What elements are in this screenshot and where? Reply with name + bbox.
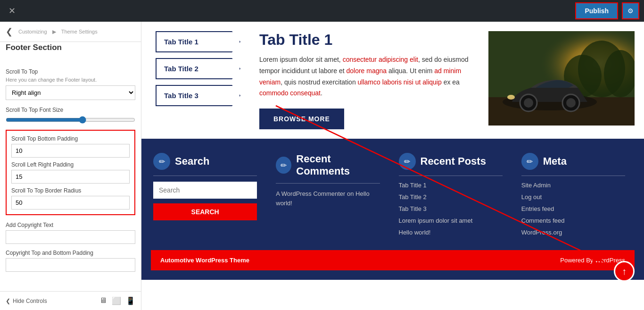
top-bar: ✕ Publish ⚙ <box>0 0 644 22</box>
car-visual <box>488 31 635 126</box>
sidebar-content: Scroll To Top Here you can change the Fo… <box>0 57 141 291</box>
footer-posts-title: Recent Posts <box>421 155 486 168</box>
lr-padding-input[interactable] <box>11 170 130 184</box>
copyright-label: Add Copyright Text <box>6 222 135 228</box>
sidebar: ❮ Customizing ▶ Theme Settings Footer Se… <box>0 22 141 310</box>
highlight-box: Scroll Top Bottom Padding Scroll Left Ri… <box>6 130 135 215</box>
back-icon[interactable]: ❮ <box>6 26 13 37</box>
bottom-padding-input[interactable] <box>11 144 130 158</box>
post-link-3[interactable]: Tab Title 3 <box>399 205 503 212</box>
mobile-icon[interactable]: 📱 <box>126 296 135 305</box>
footer-search-button[interactable]: Search <box>153 203 257 220</box>
browse-more-button[interactable]: BROWSE MORE <box>259 109 344 129</box>
footer-search-title: Search <box>175 155 209 168</box>
hide-label: Hide Controls <box>13 298 47 304</box>
post-link-1[interactable]: Tab Title 1 <box>399 182 503 189</box>
copyright-input[interactable] <box>6 230 135 244</box>
footer-col-comments: ✏ Recent Comments A WordPress Commenter … <box>266 153 389 241</box>
meta-link-wordpress[interactable]: WordPress.org <box>521 229 625 236</box>
tab-item-3[interactable]: Tab Title 3 <box>156 85 240 106</box>
copyright-padding-label: Copyright Top and Bottom Padding <box>6 250 135 256</box>
post-link-4[interactable]: Lorem ipsum dolor sit amet <box>399 217 503 224</box>
sidebar-header: ❮ Customizing ▶ Theme Settings <box>0 22 141 42</box>
preview-area: Tab Title 1 Tab Title 2 Tab Title 3 Tab … <box>141 22 644 310</box>
meta-link-logout[interactable]: Log out <box>521 193 625 201</box>
footer-copyright-text: Automotive WordPress Theme <box>160 257 249 264</box>
lr-padding-label: Scroll Left Right Padding <box>11 161 130 168</box>
font-size-label: Scroll To Top Font Size <box>6 107 135 113</box>
meta-link-entries-feed[interactable]: Entries feed <box>521 205 625 212</box>
svg-point-8 <box>524 98 533 108</box>
tab-title: Tab Title 1 <box>259 31 470 49</box>
main-layout: ❮ Customizing ▶ Theme Settings Footer Se… <box>0 22 644 310</box>
footer-bottom-bar: Automotive WordPress Theme Powered By Wo… <box>151 250 635 270</box>
footer-columns: ✏ Search Search ✏ Recent Comments A Word… <box>151 153 635 241</box>
tab-body: Lorem ipsum dolor sit amet, consectetur … <box>259 54 470 99</box>
scroll-top-button[interactable]: ↑ <box>614 261 635 282</box>
scroll-to-top-desc: Here you can change the Footer layout. <box>6 77 135 83</box>
align-select[interactable]: Left align Right align Center align <box>6 85 135 100</box>
car-image <box>488 31 635 126</box>
tabs-list: Tab Title 1 Tab Title 2 Tab Title 3 <box>156 31 240 129</box>
scroll-to-top-label: Scroll To Top <box>6 68 135 75</box>
svg-point-10 <box>566 98 576 108</box>
footer-meta-header: ✏ Meta <box>521 153 625 176</box>
tab-item-1[interactable]: Tab Title 1 <box>156 31 240 52</box>
desktop-icon[interactable]: 🖥 <box>99 296 107 305</box>
footer-search-input[interactable] <box>153 182 257 199</box>
footer-col-meta: ✏ Meta Site Admin Log out Entries feed C… <box>512 153 635 241</box>
copyright-padding-input[interactable] <box>6 258 135 272</box>
publish-button[interactable]: Publish <box>575 2 618 19</box>
border-radius-label: Scroll To Top Border Radius <box>11 187 130 194</box>
sidebar-bottom: ❮ Hide Controls 🖥 ⬜ 📱 <box>0 291 141 310</box>
footer-comments-title: Recent Comments <box>296 153 380 177</box>
posts-edit-icon: ✏ <box>399 153 416 170</box>
meta-link-site-admin[interactable]: Site Admin <box>521 182 625 189</box>
device-icons: 🖥 ⬜ 📱 <box>99 296 135 305</box>
post-link-2[interactable]: Tab Title 2 <box>399 193 503 201</box>
footer-comment-entry: A WordPress Commenter on Hello world! <box>276 189 380 208</box>
footer-search-header: ✏ Search <box>153 153 257 176</box>
comments-edit-icon: ✏ <box>276 157 291 174</box>
tablet-icon[interactable]: ⬜ <box>112 296 121 305</box>
close-icon[interactable]: ✕ <box>5 3 19 18</box>
gear-button[interactable]: ⚙ <box>622 2 639 19</box>
bottom-padding-label: Scroll Top Bottom Padding <box>11 135 130 142</box>
tab-content-area: Tab Title 1 Lorem ipsum dolor sit amet, … <box>255 31 474 129</box>
search-edit-icon: ✏ <box>153 153 170 170</box>
section-title: Footer Section <box>0 43 141 57</box>
post-link-5[interactable]: Hello world! <box>399 229 503 236</box>
footer-comments-header: ✏ Recent Comments <box>276 153 380 184</box>
font-size-slider-wrap <box>6 116 135 125</box>
breadcrumb: Customizing ▶ Theme Settings <box>17 29 99 35</box>
meta-link-comments-feed[interactable]: Comments feed <box>521 217 625 224</box>
meta-edit-icon: ✏ <box>521 153 538 170</box>
car-svg <box>488 31 635 126</box>
tab-item-2[interactable]: Tab Title 2 <box>156 58 240 79</box>
footer-powered-text: Powered By WordPress <box>560 257 625 264</box>
footer-section: ✏ Search Search ✏ Recent Comments A Word… <box>141 139 644 280</box>
hide-icon: ❮ <box>6 298 10 304</box>
font-size-slider[interactable] <box>6 116 135 124</box>
footer-meta-title: Meta <box>543 155 567 168</box>
footer-posts-header: ✏ Recent Posts <box>399 153 503 176</box>
svg-point-11 <box>507 95 515 100</box>
footer-col-search: ✏ Search Search <box>151 153 266 241</box>
border-radius-input[interactable] <box>11 196 130 209</box>
tab-section: Tab Title 1 Tab Title 2 Tab Title 3 Tab … <box>141 22 644 139</box>
hide-controls[interactable]: ❮ Hide Controls <box>6 298 47 304</box>
footer-col-posts: ✏ Recent Posts Tab Title 1 Tab Title 2 T… <box>389 153 512 241</box>
